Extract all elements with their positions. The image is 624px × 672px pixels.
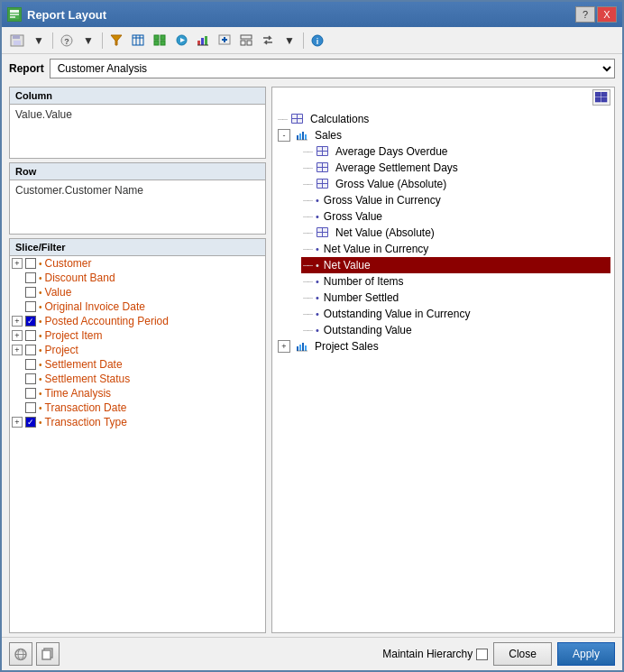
svg-rect-15: [161, 35, 165, 40]
check-project-item[interactable]: [25, 330, 36, 341]
svg-rect-34: [595, 97, 601, 102]
svg-rect-67: [299, 345, 301, 351]
calculations-icon: [290, 113, 305, 125]
tree-item-calculations[interactable]: ┄┄ Calculations: [276, 111, 610, 127]
tree-item-gross-value[interactable]: ┄┄ • Gross Value: [301, 208, 610, 225]
sales-children: ┄┄ Average Days Overdue: [276, 143, 610, 338]
tree-item-avg-days-overdue[interactable]: ┄┄ Average Days Overdue: [301, 143, 610, 160]
tree-item-gross-value-currency[interactable]: ┄┄ • Gross Value in Currency: [301, 192, 610, 208]
num-items-label: Number of Items: [324, 275, 404, 288]
check-discount-band[interactable]: [25, 272, 36, 283]
separator-3: [303, 32, 304, 49]
check-original-invoice-date[interactable]: [25, 301, 36, 312]
field-posted-accounting-period[interactable]: Posted Accounting Period: [45, 315, 169, 327]
tree-item-outstanding-currency[interactable]: ┄┄ • Outstanding Value in Currency: [301, 306, 610, 322]
add-button[interactable]: [215, 31, 234, 51]
close-window-button[interactable]: X: [597, 6, 617, 23]
check-settlement-status[interactable]: [25, 373, 36, 384]
expand-sales[interactable]: -: [278, 129, 290, 142]
chart-button[interactable]: [193, 31, 213, 51]
expand-project[interactable]: +: [12, 345, 23, 355]
svg-rect-62: [317, 228, 322, 232]
report-select[interactable]: Customer Analysis: [50, 59, 615, 78]
play-button[interactable]: [171, 31, 191, 51]
svg-rect-37: [292, 115, 297, 118]
check-customer[interactable]: [25, 258, 36, 269]
tree-item-outstanding-value[interactable]: ┄┄ • Outstanding Value: [301, 322, 610, 338]
tree-item-net-value[interactable]: ┄┄ • Net Value: [301, 257, 610, 273]
tree-item-project-sales[interactable]: + Project Sales: [276, 338, 610, 354]
tree-item-net-value-currency[interactable]: ┄┄ • Net Value in Currency: [301, 241, 610, 257]
field-time-analysis[interactable]: Time Analysis: [45, 387, 112, 400]
bullet-settlement-date: •: [39, 360, 42, 370]
column-value: Value.Value: [15, 108, 260, 121]
check-transaction-type[interactable]: [25, 417, 36, 428]
tree-item-net-value-abs[interactable]: ┄┄ Net Value (Absolute): [301, 225, 610, 241]
dropdown-arrow-3[interactable]: ▼: [280, 31, 299, 51]
field-project[interactable]: Project: [45, 344, 78, 356]
expand-transaction-type[interactable]: +: [12, 417, 23, 428]
svg-rect-21: [201, 38, 204, 45]
bullet-outstanding-value: •: [316, 325, 319, 336]
check-value[interactable]: [25, 287, 36, 298]
svg-rect-77: [42, 650, 50, 659]
save-button[interactable]: [7, 31, 27, 51]
table-view-button[interactable]: [592, 89, 610, 106]
svg-rect-48: [323, 147, 327, 151]
field-value[interactable]: Value: [45, 286, 72, 299]
grid-button[interactable]: [150, 31, 170, 51]
svg-rect-60: [323, 184, 327, 188]
field-transaction-type[interactable]: Transaction Type: [45, 416, 127, 428]
field-original-invoice-date[interactable]: Original Invoice Date: [45, 300, 145, 313]
field-settlement-date[interactable]: Settlement Date: [45, 358, 123, 371]
bullet-project: •: [39, 345, 42, 355]
info-button[interactable]: i: [307, 31, 327, 51]
separator-2: [102, 32, 103, 49]
help-button[interactable]: ?: [575, 6, 595, 23]
globe-button[interactable]: [9, 642, 32, 666]
bullet-time-analysis: •: [39, 389, 42, 399]
bullet-num-settled: •: [316, 292, 319, 303]
tree-item-num-items[interactable]: ┄┄ • Number of Items: [301, 273, 610, 290]
check-project[interactable]: [25, 345, 36, 355]
field-customer[interactable]: Customer: [45, 257, 92, 270]
dropdown-arrow-2[interactable]: ▼: [78, 31, 98, 51]
window-title: Report Layout: [27, 8, 106, 22]
list-item: • Value: [10, 285, 265, 299]
svg-rect-64: [317, 233, 322, 236]
avg-days-overdue-label: Average Days Overdue: [335, 145, 448, 158]
expand-customer[interactable]: +: [12, 258, 23, 269]
close-button[interactable]: Close: [493, 642, 552, 666]
svg-rect-47: [317, 147, 322, 151]
tree-item-gross-value-abs[interactable]: ┄┄ Gross Value (Absolute): [301, 176, 610, 192]
filter-button[interactable]: [106, 31, 126, 51]
field-discount-band[interactable]: Discount Band: [45, 272, 115, 284]
layout-button[interactable]: [236, 31, 256, 51]
check-transaction-date[interactable]: [25, 402, 36, 413]
check-settlement-date[interactable]: [25, 359, 36, 370]
table-button[interactable]: [128, 31, 148, 51]
dropdown-arrow-1[interactable]: ▼: [29, 31, 49, 51]
tree-item-sales[interactable]: - Sales: [276, 127, 610, 143]
maintain-hierarchy-checkbox[interactable]: [476, 649, 488, 660]
tree-item-num-settled[interactable]: ┄┄ • Number Settled: [301, 290, 610, 306]
expand-posted-accounting-period[interactable]: +: [12, 316, 23, 327]
field-project-item[interactable]: Project Item: [45, 329, 103, 342]
bullet-settlement-status: •: [39, 374, 42, 384]
calculations-label: Calculations: [310, 113, 369, 125]
field-settlement-status[interactable]: Settlement Status: [45, 373, 131, 385]
apply-button[interactable]: Apply: [557, 642, 615, 666]
check-posted-accounting-period[interactable]: [25, 316, 36, 327]
expand-project-item[interactable]: +: [12, 330, 23, 341]
tree-item-avg-settlement-days[interactable]: ┄┄ Average Settlement Days: [301, 160, 610, 176]
row-section: Row Customer.Customer Name: [9, 162, 266, 235]
copy-button[interactable]: [36, 642, 60, 666]
help-toolbar-button[interactable]: ?: [57, 31, 77, 51]
field-transaction-date[interactable]: Transaction Date: [45, 401, 127, 414]
check-time-analysis[interactable]: [25, 388, 36, 399]
expand-project-sales[interactable]: +: [278, 340, 290, 353]
num-settled-label: Number Settled: [324, 291, 399, 304]
net-value-abs-label: Net Value (Absolute): [335, 226, 435, 239]
maintain-hierarchy-container: Maintain Hierarchy: [382, 648, 488, 660]
swap-button[interactable]: [258, 31, 278, 51]
